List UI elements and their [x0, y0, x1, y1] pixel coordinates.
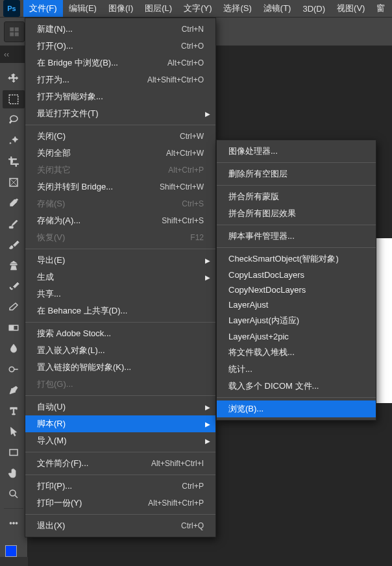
- eyedropper-tool[interactable]: [3, 194, 25, 212]
- scripts-menu-item[interactable]: 将文件载入堆栈...: [217, 344, 376, 361]
- menu-text[interactable]: 文字(Y): [178, 0, 217, 17]
- menu-item-shortcut: Alt+Shift+Ctrl+I: [151, 459, 204, 468]
- menu-item-label: CopyLastDocLayers: [228, 270, 304, 280]
- scripts-menu-item[interactable]: LayerAjust: [217, 297, 376, 312]
- file-menu-item[interactable]: 自动(U)▶: [25, 399, 215, 415]
- menu-select[interactable]: 选择(S): [217, 0, 257, 17]
- foreground-background-colors[interactable]: [5, 540, 22, 557]
- file-menu-item[interactable]: 新建(N)...Ctrl+N: [25, 21, 215, 38]
- lasso-tool[interactable]: [3, 111, 25, 129]
- foreground-color[interactable]: [5, 545, 17, 557]
- menu-file[interactable]: 文件(F): [23, 0, 63, 17]
- menu-filter[interactable]: 滤镜(T): [258, 0, 297, 17]
- gradient-tool[interactable]: [3, 319, 25, 337]
- scripts-menu-item[interactable]: 统计...: [217, 361, 376, 378]
- scripts-menu-item[interactable]: LayerAjust(内适应): [217, 312, 376, 329]
- frame-tool[interactable]: [3, 173, 25, 191]
- scripts-menu-item[interactable]: 拼合所有蒙版: [217, 188, 376, 205]
- file-menu-item[interactable]: 最近打开文件(T)▶: [25, 105, 215, 122]
- clone-stamp-tool[interactable]: [3, 256, 25, 275]
- file-menu-item[interactable]: 置入嵌入对象(L)...: [25, 342, 215, 359]
- file-menu-item[interactable]: 在 Behance 上共享(D)...: [25, 302, 215, 319]
- file-menu-item[interactable]: 打开(O)...Ctrl+O: [25, 38, 215, 55]
- menu-item-label: 搜索 Adobe Stock...: [37, 328, 111, 339]
- menu-item-label: 在 Bridge 中浏览(B)...: [37, 57, 118, 69]
- zoom-tool[interactable]: [3, 485, 25, 503]
- magic-wand-tool[interactable]: [3, 132, 25, 150]
- eraser-tool[interactable]: [3, 298, 25, 316]
- file-menu-item[interactable]: 退出(X)Ctrl+Q: [25, 517, 215, 534]
- menu-item-label: 导出(E): [37, 254, 65, 266]
- file-menu-item[interactable]: 共享...: [25, 286, 215, 302]
- file-menu-item[interactable]: 打开为智能对象...: [25, 88, 215, 105]
- file-menu-item[interactable]: 脚本(R)▶: [25, 415, 215, 432]
- file-menu-separator: [25, 125, 215, 125]
- menu-item-label: 打印一份(Y): [37, 497, 82, 509]
- file-menu-item[interactable]: 置入链接的智能对象(K)...: [25, 359, 215, 376]
- document-canvas[interactable]: [374, 238, 392, 403]
- file-menu-item[interactable]: 关闭全部Alt+Ctrl+W: [25, 145, 215, 162]
- path-select-tool[interactable]: [3, 423, 25, 441]
- submenu-arrow-icon: ▶: [205, 257, 210, 264]
- svg-point-8: [10, 523, 12, 524]
- pen-tool[interactable]: [3, 381, 25, 399]
- history-brush-tool[interactable]: [3, 277, 25, 295]
- menu-item-label: 存储(S): [37, 198, 65, 210]
- menu-item-shortcut: Shift+Ctrl+W: [160, 182, 204, 191]
- menu-view[interactable]: 视图(V): [331, 0, 371, 17]
- dodge-tool[interactable]: [3, 360, 25, 378]
- tab-arrows-icon: ‹‹: [4, 50, 9, 59]
- scripts-menu-item[interactable]: 删除所有空图层: [217, 166, 376, 182]
- scripts-menu-item[interactable]: CopyNextDocLayers: [217, 282, 376, 297]
- scripts-menu-item[interactable]: 图像处理器...: [217, 143, 376, 160]
- blur-tool[interactable]: [3, 339, 25, 358]
- rectangle-tool[interactable]: [3, 443, 25, 461]
- file-menu-item[interactable]: 关闭(C)Ctrl+W: [25, 128, 215, 145]
- file-menu-item[interactable]: 搜索 Adobe Stock...: [25, 325, 215, 342]
- menu-item-label: 关闭其它: [37, 164, 71, 176]
- menu-window[interactable]: 窗: [371, 0, 391, 17]
- scripts-menu-item[interactable]: 拼合所有图层效果: [217, 205, 376, 222]
- scripts-menu-item[interactable]: 载入多个 DICOM 文件...: [217, 378, 376, 395]
- menu-item-shortcut: Shift+Ctrl+S: [162, 216, 204, 225]
- text-tool[interactable]: [3, 402, 25, 420]
- menu-item-label: LayerAjust(内适应): [228, 315, 299, 326]
- file-menu-item[interactable]: 关闭并转到 Bridge...Shift+Ctrl+W: [25, 178, 215, 195]
- menu-item-label: CopyNextDocLayers: [228, 285, 306, 295]
- file-menu-item[interactable]: 导入(M)▶: [25, 432, 215, 449]
- healing-brush-tool[interactable]: [3, 215, 25, 233]
- menu-item-shortcut: Alt+Ctrl+O: [167, 58, 204, 68]
- file-menu-separator: [25, 249, 215, 249]
- menu-image[interactable]: 图像(I): [103, 0, 139, 17]
- scripts-menu-item[interactable]: 脚本事件管理器...: [217, 228, 376, 245]
- file-menu-item[interactable]: 导出(E)▶: [25, 252, 215, 269]
- file-menu-item[interactable]: 打印一份(Y)Alt+Shift+Ctrl+P: [25, 495, 215, 511]
- crop-tool[interactable]: [3, 153, 25, 171]
- edit-toolbar-icon[interactable]: [3, 514, 25, 532]
- menu-item-label: 将文件载入堆栈...: [228, 347, 295, 358]
- menu-layer[interactable]: 图层(L): [139, 0, 178, 17]
- scripts-menu-item[interactable]: 浏览(B)...: [217, 400, 376, 417]
- file-menu-item[interactable]: 打印(P)...Ctrl+P: [25, 478, 215, 495]
- file-menu-item[interactable]: 生成▶: [25, 269, 215, 286]
- tool-preset-picker[interactable]: [4, 21, 25, 42]
- scripts-menu-item[interactable]: CopyLastDocLayers: [217, 267, 376, 282]
- file-menu-item[interactable]: 打开为...Alt+Shift+Ctrl+O: [25, 71, 215, 88]
- hand-tool[interactable]: [3, 464, 25, 482]
- menu-3d[interactable]: 3D(D): [297, 1, 331, 16]
- file-menu-item[interactable]: 在 Bridge 中浏览(B)...Alt+Ctrl+O: [25, 55, 215, 71]
- move-tool[interactable]: [3, 69, 25, 88]
- menu-item-shortcut: Ctrl+O: [181, 42, 204, 51]
- svg-point-9: [13, 523, 15, 524]
- menu-item-label: 导入(M): [37, 435, 67, 447]
- scripts-menu-item[interactable]: CheckSmartObject(智能对象): [217, 251, 376, 267]
- marquee-tool[interactable]: [3, 90, 25, 108]
- brush-tool[interactable]: [3, 236, 25, 254]
- file-menu-dropdown: 新建(N)...Ctrl+N打开(O)...Ctrl+O在 Bridge 中浏览…: [25, 18, 216, 537]
- file-menu-item[interactable]: 存储为(A)...Shift+Ctrl+S: [25, 212, 215, 229]
- app-icon: Ps: [3, 0, 20, 17]
- file-menu-item[interactable]: 文件简介(F)...Alt+Shift+Ctrl+I: [25, 455, 215, 472]
- menu-edit[interactable]: 编辑(E): [63, 0, 103, 17]
- scripts-menu-item[interactable]: LayerAjust+2pic: [217, 329, 376, 344]
- scripts-menu-separator: [217, 185, 376, 186]
